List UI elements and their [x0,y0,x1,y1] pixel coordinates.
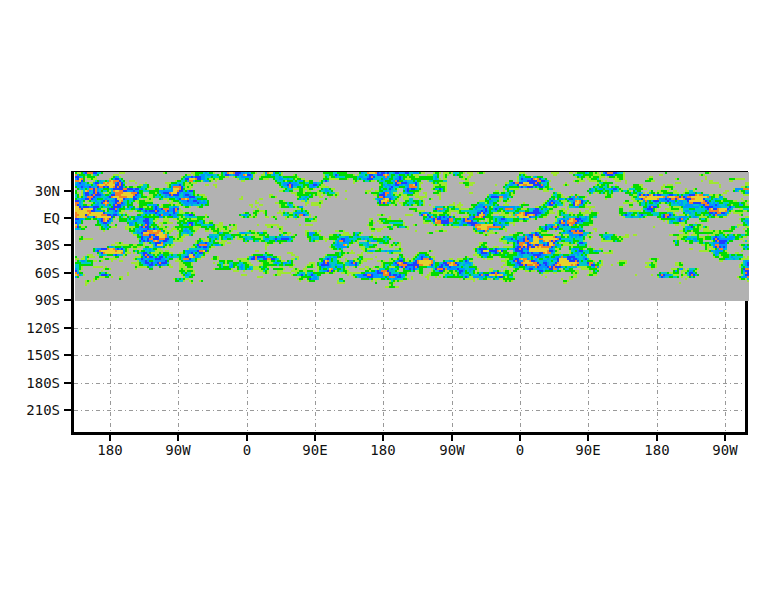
y-tick-label: 150S [0,347,60,363]
h-gridline [74,410,745,411]
y-tick [64,190,71,192]
x-tick [519,435,521,441]
plot-frame-bottom [71,432,748,435]
x-tick [656,435,658,441]
y-tick-label: 30N [0,183,60,199]
x-tick-label: 180 [353,442,413,458]
y-tick [64,244,71,246]
x-tick-label: 90W [695,442,755,458]
x-tick-label: 90W [422,442,482,458]
x-tick [246,435,248,441]
x-tick [587,435,589,441]
v-gridline [110,302,111,432]
h-gridline [74,328,745,329]
y-tick-label: 30S [0,237,60,253]
y-tick-label: 180S [0,375,60,391]
v-gridline [247,302,248,432]
v-gridline [383,302,384,432]
y-tick [64,409,71,411]
x-tick [314,435,316,441]
x-tick-label: 90E [558,442,618,458]
v-gridline [520,302,521,432]
y-tick [64,354,71,356]
x-tick [177,435,179,441]
x-tick-label: 0 [217,442,277,458]
y-tick [64,272,71,274]
x-tick [451,435,453,441]
y-tick [64,327,71,329]
plot-frame-left [71,171,74,435]
y-tick-label: EQ [0,210,60,226]
x-tick-label: 90W [148,442,208,458]
h-gridline [74,383,745,384]
x-tick [724,435,726,441]
x-tick-label: 90E [285,442,345,458]
y-tick [64,217,71,219]
x-tick [382,435,384,441]
x-tick-label: 180 [627,442,687,458]
v-gridline [315,302,316,432]
h-gridline [74,355,745,356]
y-tick-label: 120S [0,320,60,336]
v-gridline [178,302,179,432]
v-gridline [725,302,726,432]
heatmap-field-canvas [75,172,749,301]
y-tick [64,299,71,301]
x-tick-label: 0 [490,442,550,458]
y-tick [64,382,71,384]
y-tick-label: 210S [0,402,60,418]
v-gridline [452,302,453,432]
y-tick-label: 90S [0,292,60,308]
y-tick-label: 60S [0,265,60,281]
grads-plot-figure: 30NEQ30S60S90S120S150S180S210S 18090W090… [0,0,784,612]
v-gridline [588,302,589,432]
v-gridline [657,302,658,432]
x-tick-label: 180 [80,442,140,458]
x-tick [109,435,111,441]
